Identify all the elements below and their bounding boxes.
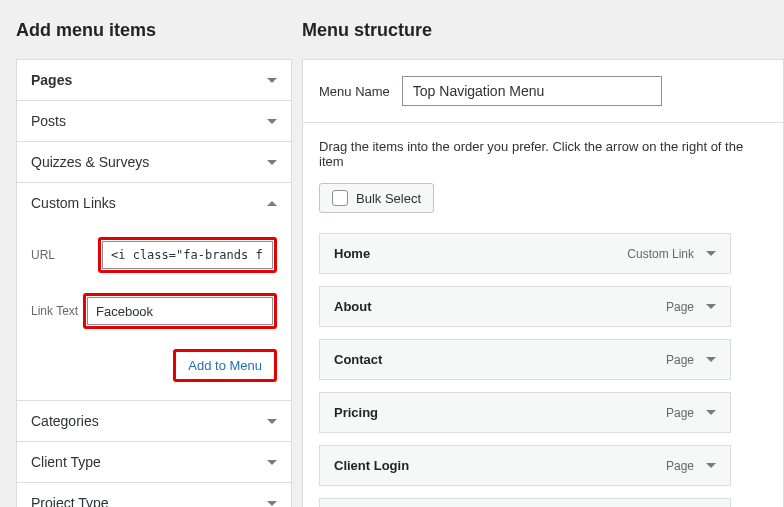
chevron-down-icon — [706, 463, 716, 468]
bulk-select-button[interactable]: Bulk Select — [319, 183, 434, 213]
accordion-project-type[interactable]: Project Type — [16, 482, 292, 507]
menu-item-title: Pricing — [334, 405, 378, 420]
menu-item[interactable]: Client LoginPage — [319, 445, 731, 486]
menu-item-type: Page — [666, 459, 694, 473]
chevron-down-icon — [267, 501, 277, 506]
chevron-down-icon — [706, 410, 716, 415]
menu-item[interactable]: HomeCustom Link — [319, 233, 731, 274]
menu-item-title: Client Login — [334, 458, 409, 473]
chevron-down-icon — [267, 419, 277, 424]
bulk-select-label: Bulk Select — [356, 191, 421, 206]
chevron-down-icon — [267, 119, 277, 124]
accordion-categories[interactable]: Categories — [16, 400, 292, 442]
checkbox-icon — [332, 190, 348, 206]
add-menu-items-heading: Add menu items — [16, 20, 292, 41]
menu-item-type: Page — [666, 353, 694, 367]
menu-item-title: Home — [334, 246, 370, 261]
highlight-box — [83, 293, 277, 329]
accordion-quizzes[interactable]: Quizzes & Surveys — [16, 141, 292, 183]
menu-item-type: Custom Link — [627, 247, 694, 261]
accordion-categories-label: Categories — [31, 413, 99, 429]
accordion-custom-links[interactable]: Custom Links URL Link Text — [16, 182, 292, 401]
add-to-menu-button[interactable]: Add to Menu — [176, 352, 274, 379]
chevron-down-icon — [267, 160, 277, 165]
accordion-posts[interactable]: Posts — [16, 100, 292, 142]
highlight-box — [98, 237, 277, 273]
url-input[interactable] — [102, 241, 273, 269]
accordion-quizzes-label: Quizzes & Surveys — [31, 154, 149, 170]
menu-item[interactable]: AboutPage — [319, 286, 731, 327]
menu-item[interactable]: ContactPage — [319, 339, 731, 380]
accordion-pages[interactable]: Pages — [16, 59, 292, 101]
menu-item-title: About — [334, 299, 372, 314]
menu-name-input[interactable] — [402, 76, 662, 106]
chevron-down-icon — [706, 304, 716, 309]
accordion-client-type-label: Client Type — [31, 454, 101, 470]
accordion-custom-links-label: Custom Links — [31, 195, 116, 211]
link-text-label: Link Text — [31, 304, 83, 318]
highlight-box: Add to Menu — [173, 349, 277, 382]
menu-name-label: Menu Name — [319, 84, 390, 99]
link-text-input[interactable] — [87, 297, 273, 325]
accordion-client-type[interactable]: Client Type — [16, 441, 292, 483]
menu-item-title: Contact — [334, 352, 382, 367]
accordion-project-type-label: Project Type — [31, 495, 109, 507]
accordion-posts-label: Posts — [31, 113, 66, 129]
url-label: URL — [31, 248, 98, 262]
chevron-down-icon — [267, 460, 277, 465]
chevron-down-icon — [706, 251, 716, 256]
menu-structure-panel: Menu Name Drag the items into the order … — [302, 59, 784, 507]
menu-item[interactable]: BlogPage — [319, 498, 731, 507]
chevron-up-icon — [267, 201, 277, 206]
menu-item[interactable]: PricingPage — [319, 392, 731, 433]
chevron-down-icon — [706, 357, 716, 362]
accordion-pages-label: Pages — [31, 72, 72, 88]
chevron-down-icon — [267, 78, 277, 83]
menu-item-type: Page — [666, 406, 694, 420]
menu-item-type: Page — [666, 300, 694, 314]
instructions-text: Drag the items into the order you prefer… — [303, 123, 783, 183]
menu-structure-heading: Menu structure — [302, 20, 784, 41]
